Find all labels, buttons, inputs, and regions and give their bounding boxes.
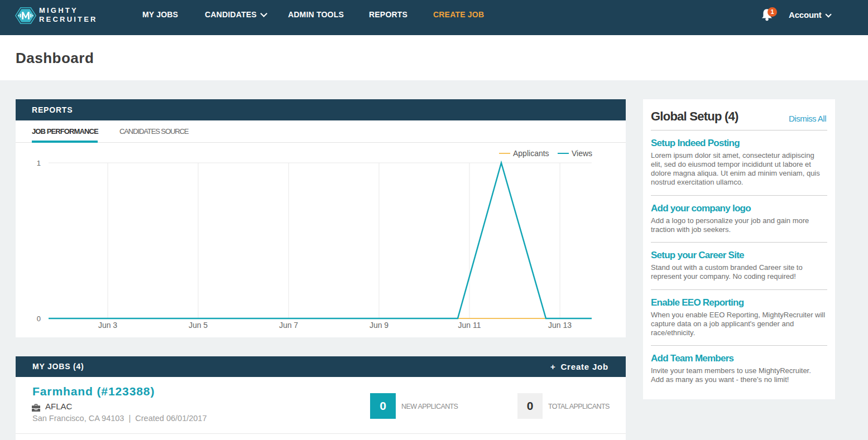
svg-text:Jun 3: Jun 3: [98, 321, 117, 330]
svg-text:Views: Views: [572, 149, 592, 158]
svg-text:Jun 13: Jun 13: [548, 321, 572, 330]
svg-text:Jun 7: Jun 7: [279, 321, 298, 330]
svg-text:1: 1: [37, 159, 41, 167]
svg-text:0: 0: [37, 315, 41, 323]
svg-text:Applicants: Applicants: [513, 149, 549, 158]
svg-text:Jun 5: Jun 5: [189, 321, 208, 330]
svg-text:Jun 11: Jun 11: [458, 321, 481, 330]
svg-text:Jun 9: Jun 9: [370, 321, 389, 330]
